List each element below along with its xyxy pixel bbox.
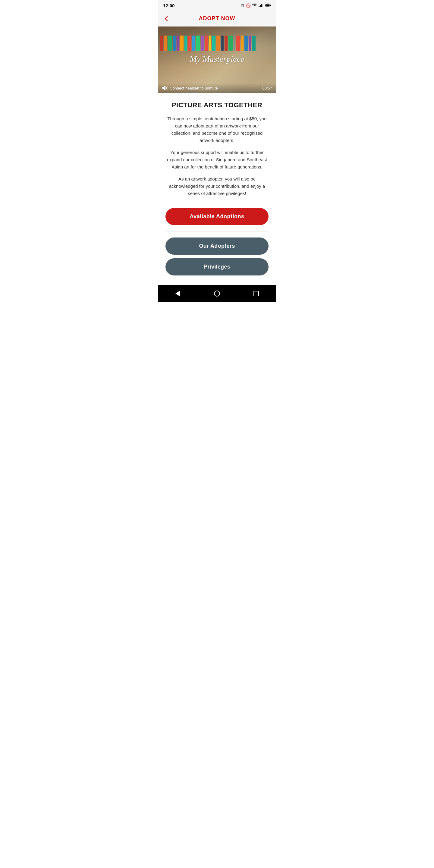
privileges-button[interactable]: Privileges bbox=[165, 258, 269, 276]
battery-icon bbox=[265, 4, 271, 7]
video-mute-info: Connect headset to unmute bbox=[162, 86, 218, 90]
no-disturb-icon: 🚫 bbox=[246, 3, 251, 8]
video-section[interactable]: My Masterpiece Connect headset to unmute… bbox=[158, 27, 276, 93]
available-adoptions-button[interactable]: Available Adoptions bbox=[165, 208, 269, 225]
svg-rect-5 bbox=[270, 5, 271, 6]
paragraph-3: As an artwork adopter, you will also be … bbox=[165, 176, 269, 197]
main-content: PICTURE ARTS TOGETHER Through a simple c… bbox=[158, 93, 276, 285]
section-divider bbox=[165, 231, 269, 231]
video-duration: 00:57 bbox=[262, 86, 272, 90]
mute-icon bbox=[162, 86, 168, 90]
home-nav-button[interactable] bbox=[211, 287, 223, 300]
back-button[interactable] bbox=[163, 16, 170, 22]
status-time: 12:00 bbox=[163, 3, 175, 8]
svg-rect-0 bbox=[258, 6, 259, 7]
wifi-icon bbox=[252, 4, 257, 7]
svg-rect-2 bbox=[261, 4, 262, 7]
paragraph-1: Through a simple contribution starting a… bbox=[165, 115, 269, 144]
recents-nav-button[interactable] bbox=[250, 287, 262, 300]
page-title: ADOPT NOW bbox=[199, 16, 236, 22]
status-bar: 12:00 🗒 🚫 bbox=[158, 0, 276, 11]
svg-rect-1 bbox=[260, 5, 261, 7]
back-triangle-icon bbox=[176, 290, 180, 297]
home-circle-icon bbox=[214, 290, 220, 297]
svg-rect-6 bbox=[266, 4, 270, 7]
video-overlay: My Masterpiece Connect headset to unmute… bbox=[158, 27, 276, 93]
signal-icon bbox=[258, 4, 264, 7]
video-title: My Masterpiece bbox=[190, 54, 244, 64]
back-nav-button[interactable] bbox=[172, 287, 184, 300]
bottom-nav bbox=[158, 285, 276, 302]
nav-bar: ADOPT NOW bbox=[158, 11, 276, 27]
video-bottom-bar: Connect headset to unmute 00:57 bbox=[158, 83, 276, 93]
paragraph-2: Your generous support will enable us to … bbox=[165, 149, 269, 170]
clipboard-icon: 🗒 bbox=[241, 3, 244, 8]
status-icons: 🗒 🚫 bbox=[241, 3, 271, 8]
mute-text: Connect headset to unmute bbox=[170, 86, 218, 90]
svg-rect-3 bbox=[262, 4, 263, 7]
section-title: PICTURE ARTS TOGETHER bbox=[172, 101, 262, 109]
recents-square-icon bbox=[253, 291, 259, 296]
our-adopters-button[interactable]: Our Adopters bbox=[165, 238, 269, 255]
